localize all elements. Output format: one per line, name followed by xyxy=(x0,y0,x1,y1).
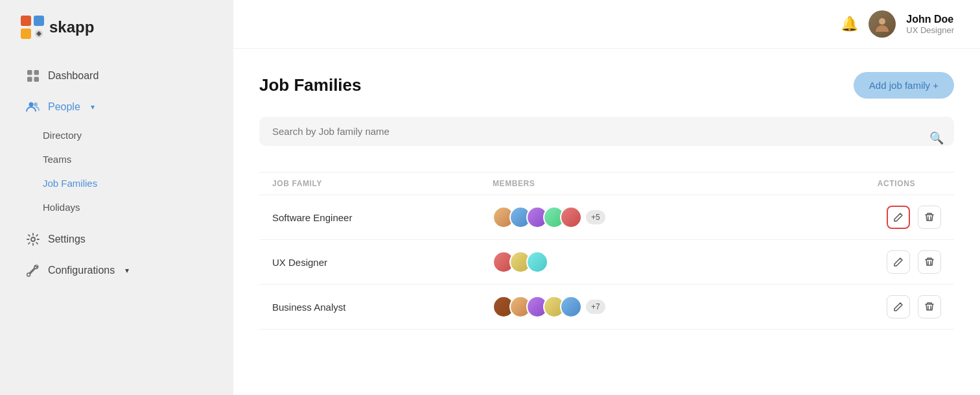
grid-icon xyxy=(26,69,40,83)
col-members: MEMBERS xyxy=(480,173,768,195)
search-icon: 🔍 xyxy=(929,131,944,145)
job-families-table: JOB FAMILY MEMBERS ACTIONS Software Engi… xyxy=(259,172,954,329)
col-actions: ACTIONS xyxy=(767,173,954,195)
col-job-family: JOB FAMILY xyxy=(259,173,480,195)
table-row: Business Analyst +7 xyxy=(259,285,954,329)
svg-point-8 xyxy=(29,102,34,107)
page-header: Job Families Add job family + xyxy=(259,72,954,99)
sidebar-item-teams[interactable]: Teams xyxy=(0,147,233,171)
job-family-cell: Software Engineer xyxy=(259,195,480,240)
job-family-cell: Business Analyst xyxy=(259,285,480,329)
actions-cell xyxy=(767,195,954,240)
table-row: Software Engineer +5 xyxy=(259,195,954,240)
user-info: John Doe UX Designer xyxy=(906,14,954,35)
page-title: Job Families xyxy=(259,75,362,95)
members-cell: +5 xyxy=(480,195,768,240)
gear-icon xyxy=(26,232,40,246)
svg-point-9 xyxy=(34,102,38,106)
sidebar-item-holidays[interactable]: Holidays xyxy=(0,195,233,219)
logo-area: skapp xyxy=(0,16,233,60)
members-more-badge: +5 xyxy=(586,210,605,224)
svg-point-10 xyxy=(31,237,35,241)
table-row: UX Designer xyxy=(259,240,954,285)
chevron-down-icon: ▾ xyxy=(91,102,95,112)
search-wrapper: 🔍 xyxy=(259,117,954,159)
wrench-icon xyxy=(26,263,40,278)
svg-rect-6 xyxy=(27,77,32,82)
avatar xyxy=(869,10,896,38)
sidebar-item-configurations[interactable]: Configurations ▾ xyxy=(5,256,228,285)
top-header: 🔔 John Doe UX Designer xyxy=(233,0,980,49)
job-family-cell: UX Designer xyxy=(259,240,480,285)
user-role: UX Designer xyxy=(906,25,954,35)
sidebar: skapp Dashboard People ▾ xyxy=(0,0,233,395)
sidebar-item-label: People xyxy=(48,101,80,113)
sidebar-item-label: Dashboard xyxy=(48,70,99,82)
delete-button[interactable] xyxy=(918,295,941,318)
actions-cell xyxy=(767,285,954,329)
member-avatar xyxy=(526,251,548,273)
svg-rect-0 xyxy=(21,16,31,26)
app-logo: skapp xyxy=(21,16,213,39)
notification-bell-icon[interactable]: 🔔 xyxy=(841,16,858,32)
members-more-badge: +7 xyxy=(586,300,605,314)
delete-button[interactable] xyxy=(918,206,941,229)
svg-rect-2 xyxy=(21,29,31,39)
page-content: Job Families Add job family + 🔍 JOB FAMI… xyxy=(233,49,980,395)
main-content: 🔔 John Doe UX Designer Job Families Add … xyxy=(233,0,980,395)
svg-rect-1 xyxy=(34,16,44,26)
svg-point-11 xyxy=(879,18,885,25)
member-avatar xyxy=(560,206,582,228)
edit-button[interactable] xyxy=(887,206,910,229)
user-name: John Doe xyxy=(906,14,954,25)
actions-cell xyxy=(767,240,954,285)
sidebar-item-label: Configurations xyxy=(48,265,115,276)
member-avatar xyxy=(560,296,582,318)
sidebar-item-dashboard[interactable]: Dashboard xyxy=(5,61,228,91)
svg-rect-5 xyxy=(34,70,40,75)
members-cell: +7 xyxy=(480,285,768,329)
edit-button[interactable] xyxy=(887,295,910,318)
sidebar-item-settings[interactable]: Settings xyxy=(5,224,228,254)
app-name: skapp xyxy=(49,18,94,36)
svg-rect-4 xyxy=(27,70,32,75)
sidebar-item-people[interactable]: People ▾ xyxy=(5,92,228,122)
members-cell xyxy=(480,240,768,285)
add-job-family-button[interactable]: Add job family + xyxy=(854,72,954,99)
people-subnav: Directory Teams Job Families Holidays xyxy=(0,123,233,219)
sidebar-item-label: Settings xyxy=(48,233,86,245)
sidebar-item-job-families[interactable]: Job Families xyxy=(0,171,233,195)
logo-icon xyxy=(21,16,44,39)
people-icon xyxy=(26,100,40,114)
sidebar-item-directory[interactable]: Directory xyxy=(0,123,233,147)
search-input[interactable] xyxy=(259,117,954,146)
svg-rect-7 xyxy=(34,77,40,82)
delete-button[interactable] xyxy=(918,250,941,274)
chevron-down-icon: ▾ xyxy=(125,266,129,275)
edit-button[interactable] xyxy=(887,250,910,274)
